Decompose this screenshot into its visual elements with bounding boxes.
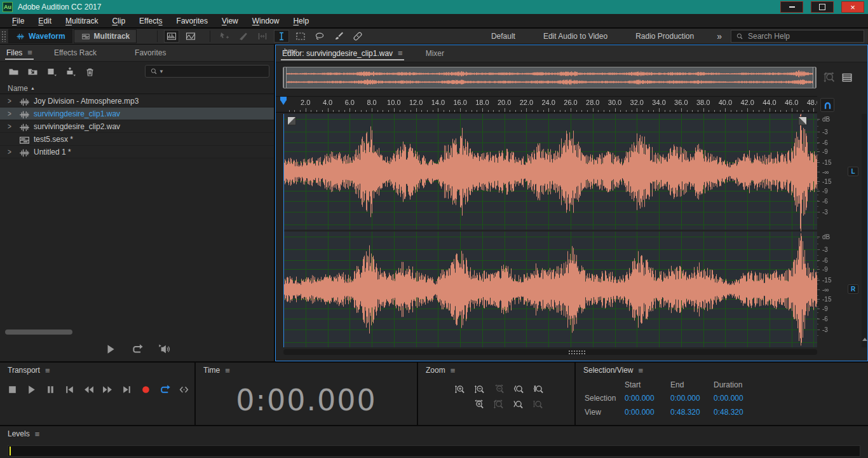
files-horizontal-scrollbar[interactable] — [5, 330, 72, 335]
channel-r-badge[interactable]: R — [848, 284, 858, 294]
delete-button[interactable] — [81, 66, 98, 78]
new-content-button[interactable] — [43, 66, 60, 78]
transport-play-button[interactable] — [24, 383, 38, 396]
slip-tool[interactable] — [255, 30, 270, 43]
zoom-navigator-strip[interactable] — [283, 67, 817, 88]
view-start-value[interactable]: 0:00.000 — [625, 408, 654, 417]
tab-effects-rack[interactable]: Effects Rack — [48, 45, 103, 61]
multitrack-mode-button[interactable]: Multitrack — [74, 29, 137, 43]
zoom-in-left-edge-button[interactable] — [510, 382, 527, 396]
transport-skip-selection-button[interactable] — [177, 383, 191, 396]
transport-record-button[interactable] — [139, 383, 153, 396]
fade-in-handle[interactable] — [287, 116, 296, 125]
tab-favorites[interactable]: Favorites — [128, 45, 172, 61]
expand-chevron-icon[interactable]: > — [5, 121, 14, 130]
time-display[interactable]: 0:00.000 — [196, 383, 417, 417]
tab-mixer[interactable]: Mixer — [419, 45, 451, 62]
move-tool[interactable] — [217, 30, 232, 43]
selection-duration-value[interactable]: 0:00.000 — [714, 394, 743, 403]
time-selection-tool[interactable] — [274, 30, 289, 43]
expand-chevron-icon[interactable]: > — [5, 109, 14, 118]
marquee-selection-tool[interactable] — [293, 30, 308, 43]
timeline-ruler[interactable]: 2.04.06.08.010.012.014.016.018.020.022.0… — [276, 96, 817, 113]
import-files-button[interactable] — [24, 66, 41, 78]
zoom-in-amplitude-button[interactable] — [451, 382, 468, 396]
zoom-out-time-button[interactable] — [491, 382, 507, 396]
menu-edit[interactable]: Edit — [31, 14, 58, 28]
minimize-button[interactable] — [780, 1, 803, 13]
transport-loop-button[interactable] — [158, 383, 172, 396]
transport-stop-button[interactable] — [5, 383, 19, 396]
navigator-left-handle[interactable] — [283, 67, 287, 88]
list-item[interactable]: >survivingdesire_clip2.wav — [0, 120, 274, 133]
menu-file[interactable]: File — [5, 14, 31, 28]
panel-menu-icon[interactable]: ≡ — [451, 366, 456, 375]
selection-end-value[interactable]: 0:00.000 — [670, 394, 700, 403]
channel-l-badge[interactable]: L — [848, 167, 858, 176]
lasso-selection-tool[interactable] — [312, 30, 327, 43]
zoom-out-full-button[interactable] — [824, 72, 835, 83]
editor-horizontal-scrollbar[interactable] — [283, 349, 817, 355]
tab-files[interactable]: Files ≡ — [0, 45, 39, 61]
paintbrush-selection-tool[interactable] — [331, 30, 346, 43]
files-column-header-name[interactable]: Name ▲ — [0, 83, 274, 94]
workspace-default[interactable]: Default — [477, 32, 529, 41]
editor-layout-list-button[interactable] — [841, 72, 853, 83]
preview-speaker-autoplay-button[interactable] — [158, 344, 170, 355]
waveform-display[interactable] — [283, 114, 817, 347]
menu-clip[interactable]: Clip — [105, 14, 132, 28]
scroll-up-arrow-icon[interactable] — [862, 338, 867, 341]
panel-menu-icon[interactable]: ≡ — [225, 366, 230, 375]
menu-multitrack[interactable]: Multitrack — [58, 14, 105, 28]
list-item[interactable]: test5.sesx * — [0, 133, 274, 146]
search-options-caret-icon[interactable]: ▼ — [159, 69, 164, 74]
razor-tool[interactable] — [236, 30, 251, 43]
list-item[interactable]: >survivingdesire_clip1.wav — [0, 108, 274, 120]
menu-effects[interactable]: Effects — [132, 14, 169, 28]
help-search-input[interactable] — [747, 31, 860, 41]
waveform-mode-button[interactable]: Waveform — [8, 29, 72, 43]
insert-into-multitrack-button[interactable] — [62, 66, 79, 78]
zoom-in-right-edge-button[interactable] — [510, 398, 526, 411]
playhead-marker-icon[interactable] — [280, 100, 287, 105]
menu-favorites[interactable]: Favorites — [170, 14, 215, 28]
zoom-playhead-button[interactable] — [529, 398, 546, 411]
show-waveform-view-button[interactable] — [164, 30, 179, 43]
snap-toggle-button[interactable] — [820, 98, 834, 112]
preview-loop-button[interactable] — [131, 344, 144, 355]
panel-menu-icon[interactable]: ≡ — [639, 366, 644, 375]
zoom-in-time-button[interactable] — [470, 398, 487, 411]
view-end-value[interactable]: 0:48.320 — [670, 408, 700, 417]
workspace-overflow-button[interactable]: » — [708, 31, 731, 41]
toolbar-grip[interactable] — [1, 31, 6, 42]
fade-out-handle[interactable] — [798, 116, 807, 125]
scrollbar-grip[interactable] — [568, 350, 586, 354]
spot-healing-brush-tool[interactable] — [350, 30, 365, 43]
zoom-to-selection-button[interactable] — [530, 382, 546, 396]
files-search-input[interactable] — [166, 66, 265, 77]
workspace-radio-production[interactable]: Radio Production — [621, 32, 708, 41]
zoom-out-amplitude-button[interactable] — [471, 382, 487, 396]
expand-chevron-icon[interactable]: > — [5, 96, 14, 105]
panel-menu-icon[interactable]: ≡ — [398, 45, 403, 62]
transport-skip-end-button[interactable] — [119, 383, 133, 396]
expand-chevron-icon[interactable]: > — [5, 147, 14, 156]
workspace-edit-audio-to-video[interactable]: Edit Audio to Video — [529, 32, 621, 41]
transport-skip-start-button[interactable] — [62, 383, 76, 396]
menu-window[interactable]: Window — [245, 14, 287, 28]
menu-view[interactable]: View — [215, 14, 245, 28]
editor-vertical-scrollbar[interactable] — [862, 114, 867, 347]
panel-menu-icon[interactable]: ≡ — [45, 366, 50, 375]
list-item[interactable]: >Untitled 1 * — [0, 146, 274, 158]
view-duration-value[interactable]: 0:48.320 — [714, 408, 743, 417]
selection-start-value[interactable]: 0:00.000 — [625, 394, 654, 403]
preview-play-button[interactable] — [104, 344, 117, 355]
transport-rewind-button[interactable] — [81, 383, 95, 396]
transport-pause-button[interactable] — [43, 383, 57, 396]
list-item[interactable]: >Joy Division - Atmosphere.mp3 — [0, 95, 274, 108]
close-button[interactable]: × — [841, 1, 864, 13]
transport-fast-forward-button[interactable] — [100, 383, 114, 396]
panel-menu-icon[interactable]: ≡ — [35, 429, 40, 439]
open-folder-button[interactable] — [5, 66, 22, 78]
navigator-right-handle[interactable] — [813, 67, 816, 88]
